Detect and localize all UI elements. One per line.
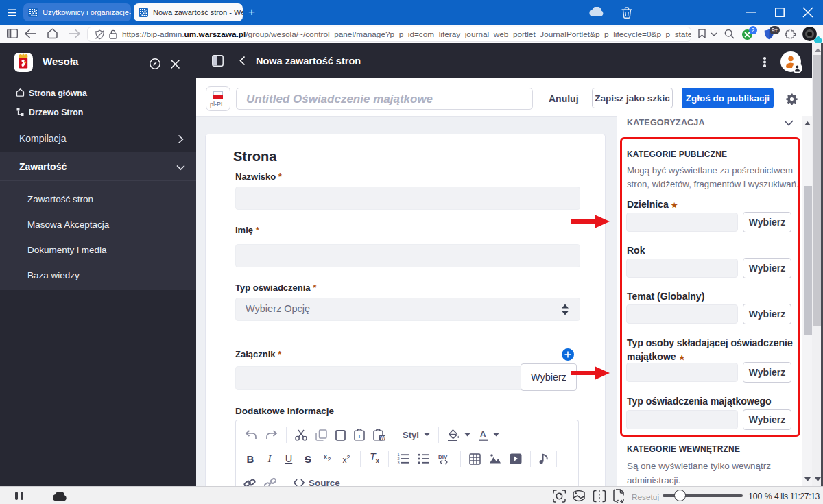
svg-text:3: 3 [398,461,400,464]
svg-text:W: W [381,435,385,440]
svg-text:A: A [479,429,486,440]
svg-text:T: T [357,433,361,440]
svg-text:DIV: DIV [438,453,448,459]
